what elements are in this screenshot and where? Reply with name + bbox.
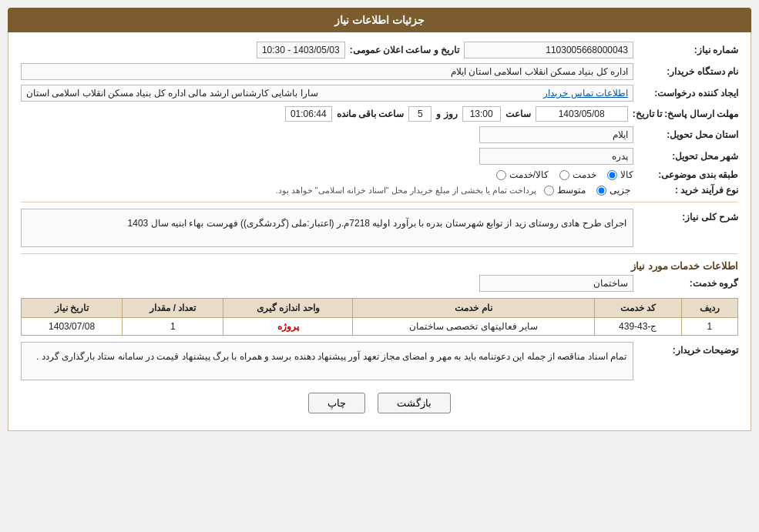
- category-kala-option[interactable]: کالا: [607, 169, 633, 180]
- table-cell: 1: [123, 318, 223, 336]
- col-header-3: واحد اندازه گیری: [223, 299, 353, 318]
- deadline-days: 5: [408, 106, 432, 122]
- category-kala-label: کالا: [620, 169, 633, 180]
- col-header-2: نام خدمت: [353, 299, 594, 318]
- buyer-org-label: نام دستگاه خریدار:: [638, 66, 738, 77]
- creator-label: ایجاد کننده درخواست:: [638, 88, 738, 99]
- province-value: ایلام: [479, 126, 633, 143]
- category-khadamat-radio[interactable]: [559, 170, 569, 180]
- deadline-remaining: 01:06:44: [285, 106, 332, 122]
- col-header-1: کد خدمت: [594, 299, 681, 318]
- services-table: ردیف کد خدمت نام خدمت واحد اندازه گیری ت…: [21, 298, 738, 336]
- col-header-5: تاریخ نیاز: [22, 299, 123, 318]
- deadline-days-label: روز و: [436, 109, 457, 119]
- category-khadamat-label: خدمت: [573, 169, 596, 180]
- need-number-value: 1103005668000043: [464, 42, 633, 59]
- table-cell: ج-43-439: [594, 318, 681, 336]
- province-label: استان محل تحویل:: [638, 129, 738, 140]
- description-label: شرح کلی نیاز:: [638, 209, 738, 223]
- purchase-type-label: نوع فرآیند خرید :: [638, 185, 738, 196]
- category-kala-radio[interactable]: [607, 170, 617, 180]
- deadline-label: مهلت ارسال پاسخ: تا تاریخ:: [633, 109, 738, 119]
- purchase-jozii-label: جزیی: [610, 185, 630, 196]
- purchase-jozii-radio[interactable]: [596, 186, 606, 196]
- back-button[interactable]: بازگشت: [378, 393, 451, 413]
- table-row: 1ج-43-439سایر فعالیتهای تخصصی ساختمانپرو…: [22, 318, 738, 336]
- creator-value: سارا باشایی کارشناس ارشد مالی اداره کل ب…: [26, 88, 318, 99]
- category-kala-khadamat-label: کالا/خدمت: [509, 169, 549, 180]
- col-header-0: ردیف: [681, 299, 737, 318]
- deadline-remaining-label: ساعت باقی مانده: [337, 109, 405, 119]
- service-group-label: گروه خدمت:: [638, 278, 738, 289]
- purchase-motavaset-radio[interactable]: [544, 186, 554, 196]
- city-label: شهر محل تحویل:: [638, 151, 738, 162]
- category-khadamat-option[interactable]: خدمت: [559, 169, 596, 180]
- deadline-time: 13:00: [462, 106, 501, 122]
- buyer-org-value: اداره کل بنیاد مسکن انقلاب اسلامی استان …: [21, 63, 633, 80]
- table-cell: 1: [681, 318, 737, 336]
- category-label: طبقه بندی موضوعی:: [638, 169, 738, 180]
- buyer-notes-value: تمام اسناد مناقصه از جمله این دعوتنامه ب…: [21, 342, 633, 380]
- creator-contact-link[interactable]: اطلاعات تماس خریدار: [543, 88, 628, 99]
- deadline-time-label: ساعت: [505, 109, 531, 119]
- print-button[interactable]: چاپ: [308, 393, 365, 413]
- purchase-motavaset-option[interactable]: متوسط: [544, 185, 586, 196]
- service-info-title: اطلاعات خدمات مورد نیاز: [21, 260, 738, 272]
- purchase-note: پرداخت تمام یا بخشی از مبلغ خریدار محل "…: [21, 186, 536, 196]
- category-kala-khadamat-option[interactable]: کالا/خدمت: [496, 169, 549, 180]
- need-number-label: شماره نیاز:: [638, 45, 738, 55]
- col-header-4: تعداد / مقدار: [123, 299, 223, 318]
- service-group-value: ساختمان: [479, 275, 633, 292]
- purchase-jozii-option[interactable]: جزیی: [596, 185, 630, 196]
- date-label: تاریخ و ساعت اعلان عمومی:: [350, 45, 459, 55]
- description-value: اجرای طرح هادی روستای زید از توابع شهرست…: [21, 209, 633, 247]
- table-cell: سایر فعالیتهای تخصصی ساختمان: [353, 318, 594, 336]
- action-buttons: بازگشت چاپ: [21, 393, 738, 421]
- purchase-motavaset-label: متوسط: [557, 185, 586, 196]
- city-value: پدره: [479, 148, 633, 165]
- category-kala-khadamat-radio[interactable]: [496, 170, 506, 180]
- table-cell: پروژه: [223, 318, 353, 336]
- table-cell: 1403/07/08: [22, 318, 123, 336]
- buyer-notes-label: توضیحات خریدار:: [638, 342, 738, 356]
- date-value: 1403/05/03 - 10:30: [257, 42, 345, 59]
- deadline-date: 1403/05/08: [536, 106, 628, 122]
- page-title: جزئیات اطلاعات نیاز: [8, 8, 751, 32]
